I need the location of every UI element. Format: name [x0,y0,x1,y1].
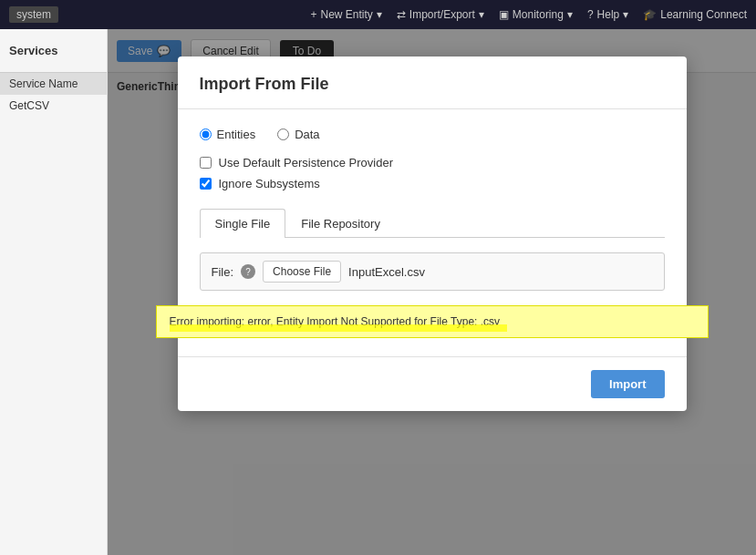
file-name-display: InputExcel.csv [348,265,652,279]
learning-nav[interactable]: 🎓 Learning Connect [643,8,747,21]
radio-entities-input[interactable] [200,128,212,140]
import-dialog: Import From File Entities Data [178,57,687,411]
import-button[interactable]: Import [591,370,664,398]
help-nav[interactable]: ? Help ▾ [587,8,628,21]
chevron-down-icon4: ▾ [623,8,628,21]
checkbox-ignore-subsystems-input[interactable] [200,178,212,190]
sidebar-item-service-name[interactable]: Service Name [0,73,107,95]
import-export-nav[interactable]: ⇄ Import/Export ▾ [397,8,484,21]
file-label: File: [212,265,234,279]
checkbox-default-persistence-input[interactable] [200,157,212,169]
import-export-icon: ⇄ [397,8,406,21]
navbar: system + New Entity ▾ ⇄ Import/Export ▾ … [0,0,756,29]
file-input-row: File: ? Choose File InputExcel.csv [200,252,665,291]
chevron-down-icon3: ▾ [567,8,573,21]
brand-label: system [9,6,58,23]
checkbox-group: Use Default Persistence Provider Ignore … [200,156,665,190]
sidebar-item-getcsv[interactable]: GetCSV [0,95,107,117]
modal-title: Import From File [200,75,329,93]
help-tooltip-icon[interactable]: ? [241,264,255,279]
checkbox-default-persistence[interactable]: Use Default Persistence Provider [200,156,665,170]
new-entity-nav[interactable]: + New Entity ▾ [310,8,381,21]
choose-file-button[interactable]: Choose File [263,261,341,283]
chevron-down-icon: ▾ [377,8,382,21]
tab-file-repository[interactable]: File Repository [285,209,396,238]
modal-header: Import From File [178,57,687,109]
sidebar: Services Service Name GetCSV [0,29,108,555]
page-layout: Services Service Name GetCSV Save 💬 Canc… [0,29,756,555]
services-title: Services [9,44,58,57]
tabs: Single File File Repository [200,209,665,238]
modal-footer: Import [178,356,687,411]
main-area: Save 💬 Cancel Edit To Do GenericThing i … [108,29,756,555]
error-area: Error importing: error, Entity Import No… [178,305,687,338]
chevron-down-icon2: ▾ [479,8,484,21]
error-text: Error importing: error, Entity Import No… [170,315,501,328]
radio-data[interactable]: Data [277,128,319,141]
monitoring-icon: ▣ [499,8,509,21]
error-banner: Error importing: error, Entity Import No… [156,305,709,338]
modal-overlay: Import From File Entities Data [108,29,756,555]
navbar-items: + New Entity ▾ ⇄ Import/Export ▾ ▣ Monit… [310,8,747,21]
help-icon: ? [587,8,594,21]
radio-entities[interactable]: Entities [200,128,256,141]
tab-single-file[interactable]: Single File [200,209,286,238]
monitoring-nav[interactable]: ▣ Monitoring ▾ [499,8,573,21]
radio-group: Entities Data [200,128,665,141]
modal-body: Entities Data Use Default Persistence Pr… [178,109,687,356]
plus-icon: + [310,8,316,21]
radio-data-input[interactable] [277,128,289,140]
learning-icon: 🎓 [643,8,657,21]
checkbox-ignore-subsystems[interactable]: Ignore Subsystems [200,177,665,190]
